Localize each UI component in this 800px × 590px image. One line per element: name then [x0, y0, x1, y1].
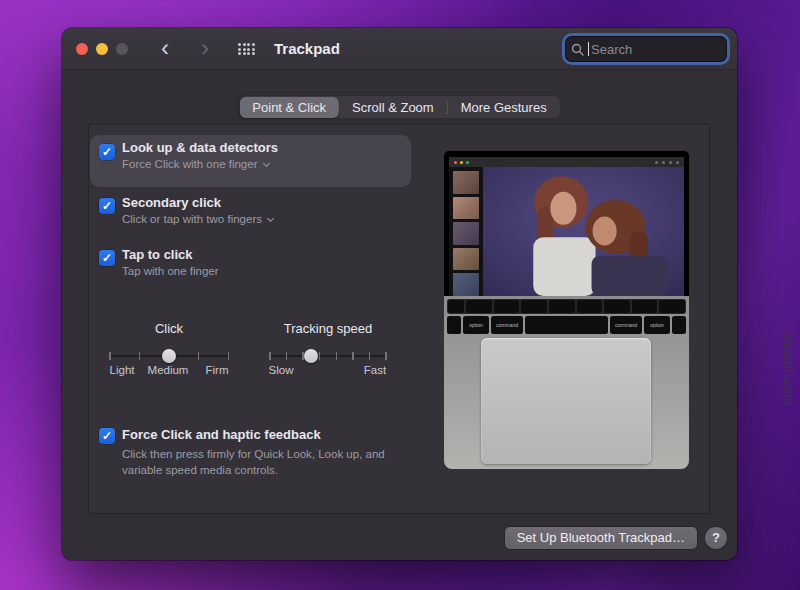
key [672, 316, 686, 334]
trackpad-surface [481, 338, 651, 464]
chevron-down-icon [267, 215, 274, 222]
tick-label-slow: Slow [269, 364, 294, 376]
key [447, 316, 461, 334]
preview-toolbar-icons [655, 161, 679, 164]
watermark: wxsdn.com [781, 332, 796, 406]
tick-label-medium: Medium [148, 364, 189, 376]
back-button[interactable]: ‹ [161, 34, 169, 62]
show-all-grid-icon[interactable] [238, 43, 255, 55]
option-subtitle: Force Click with one finger [122, 158, 258, 170]
preview-minimize-icon [460, 161, 463, 164]
key-option-right: option [644, 316, 670, 334]
minimize-button[interactable] [96, 43, 108, 55]
tick-label-light: Light [110, 364, 135, 376]
checkbox-tap-to-click[interactable] [99, 250, 115, 266]
checkbox-look-up[interactable] [99, 144, 115, 160]
titlebar: ‹ › Trackpad [62, 28, 737, 70]
photos-app-preview [449, 157, 684, 296]
help-button[interactable]: ? [705, 527, 727, 549]
preview-zoom-icon [466, 161, 469, 164]
tab-point-and-click[interactable]: Point & Click [239, 97, 339, 118]
search-icon [571, 43, 584, 56]
photo-two-people [483, 167, 684, 296]
slider-ticks [269, 352, 387, 360]
photos-thumbnail-strip [449, 167, 483, 296]
touch-bar [447, 299, 686, 314]
photos-app-titlebar [449, 157, 684, 167]
window-title: Trackpad [274, 40, 340, 57]
key-spacebar [525, 316, 608, 334]
tracking-speed-slider[interactable] [269, 348, 387, 364]
laptop-screen [444, 151, 689, 296]
option-title: Secondary click [122, 195, 221, 210]
tracking-speed-label: Tracking speed [284, 321, 372, 336]
laptop-deck: option command command option [444, 296, 689, 469]
key-command-right: command [610, 316, 642, 334]
tick-label-firm: Firm [206, 364, 229, 376]
tab-bar: Point & Click Scroll & Zoom More Gesture… [238, 95, 560, 119]
text-caret [588, 42, 589, 56]
tracking-speed-slider-thumb[interactable] [304, 349, 318, 363]
search-field[interactable] [565, 36, 727, 62]
close-button[interactable] [76, 43, 88, 55]
tab-scroll-and-zoom[interactable]: Scroll & Zoom [339, 97, 447, 118]
trackpad-preview-image: option command command option [444, 151, 689, 469]
force-click-title: Force Click and haptic feedback [122, 427, 321, 442]
key-option-left: option [463, 316, 489, 334]
force-click-description: Click then press firmly for Quick Look, … [122, 446, 414, 478]
chevron-down-icon [262, 160, 269, 167]
option-subtitle: Tap with one finger [122, 265, 219, 277]
click-slider-label: Click [155, 321, 183, 336]
option-title: Tap to click [122, 247, 193, 262]
checkbox-force-click[interactable] [99, 428, 115, 444]
keyboard-row: option command command option [447, 316, 686, 334]
checkbox-secondary-click[interactable] [99, 198, 115, 214]
trackpad-preferences-window: ‹ › Trackpad Point & Click Scroll & Zoom… [62, 28, 737, 560]
search-input[interactable] [591, 42, 721, 57]
option-dropdown-look-up[interactable]: Force Click with one finger [122, 158, 269, 170]
forward-button[interactable]: › [201, 34, 209, 62]
option-dropdown-secondary-click[interactable]: Click or tap with two fingers [122, 213, 273, 225]
content-panel: Look up & data detectors Force Click wit… [88, 124, 710, 514]
set-up-bluetooth-trackpad-button[interactable]: Set Up Bluetooth Trackpad… [505, 527, 697, 549]
tab-more-gestures[interactable]: More Gestures [448, 97, 560, 118]
key-command-left: command [491, 316, 523, 334]
traffic-lights [76, 43, 128, 55]
option-subtitle: Click or tap with two fingers [122, 213, 262, 225]
click-slider-thumb[interactable] [162, 349, 176, 363]
option-title: Look up & data detectors [122, 140, 278, 155]
preview-close-icon [454, 161, 457, 164]
tick-label-fast: Fast [364, 364, 386, 376]
click-slider[interactable] [109, 348, 229, 364]
zoom-button[interactable] [116, 43, 128, 55]
